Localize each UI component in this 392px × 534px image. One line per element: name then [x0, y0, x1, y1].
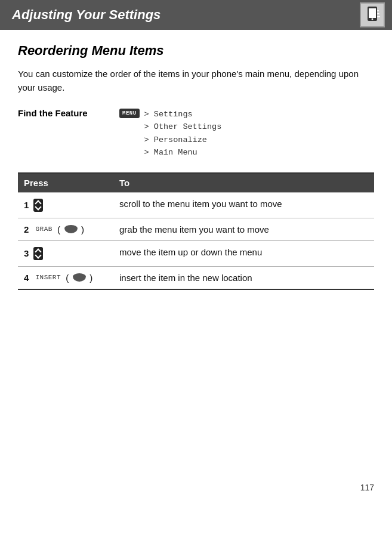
- page-header: Adjusting Your Settings: [0, 0, 392, 30]
- table-row: 2 GRAB () grab the menu item you want to…: [18, 218, 374, 240]
- header-icon: [360, 2, 385, 27]
- action-cell-3: move the item up or down the menu: [113, 240, 374, 266]
- svg-rect-3: [377, 10, 379, 11]
- steps-table: Press To 1 scroll to the menu item you w…: [18, 172, 374, 290]
- action-cell-4: insert the item in the new location: [113, 266, 374, 289]
- find-feature-menu: MENU > Settings > Other Settings > Perso…: [119, 108, 221, 159]
- press-cell-4: 4 INSERT (): [18, 266, 113, 289]
- svg-rect-4: [377, 13, 379, 14]
- col-to: To: [113, 173, 374, 193]
- menu-step-4: > Main Menu: [144, 146, 222, 159]
- header-title: Adjusting Your Settings: [12, 7, 160, 23]
- softkey-icon-grab: [64, 225, 78, 233]
- step-number-4: 4: [24, 273, 29, 283]
- action-cell-2: grab the menu item you want to move: [113, 218, 374, 240]
- table-header-row: Press To: [18, 173, 374, 193]
- table-row: 3 move the item up or down the menu: [18, 240, 374, 266]
- press-cell-2: 2 GRAB (): [18, 218, 113, 240]
- step-number-1: 1: [24, 200, 29, 210]
- insert-label: INSERT: [31, 274, 61, 281]
- page-number: 117: [360, 483, 374, 492]
- nav-scroll-icon-1: [33, 199, 43, 212]
- page-content: Reordering Menu Items You can customize …: [0, 30, 392, 302]
- section-title: Reordering Menu Items: [18, 43, 374, 58]
- svg-rect-5: [377, 16, 380, 17]
- grab-label: GRAB: [31, 226, 53, 233]
- nav-scroll-icon-3: [33, 247, 43, 260]
- menu-steps: > Settings > Other Settings > Personaliz…: [144, 108, 222, 159]
- phone-icon: [363, 5, 382, 24]
- menu-button-icon: MENU: [119, 109, 140, 118]
- press-cell-1: 1: [18, 192, 113, 218]
- col-press: Press: [18, 173, 113, 193]
- action-cell-1: scroll to the menu item you want to move: [113, 192, 374, 218]
- intro-text: You can customize the order of the items…: [18, 67, 374, 95]
- find-feature-label: Find the Feature: [18, 108, 113, 118]
- find-feature-row: Find the Feature MENU > Settings > Other…: [18, 108, 374, 159]
- menu-step-2: > Other Settings: [144, 121, 222, 134]
- table-row: 4 INSERT () insert the item in the new l…: [18, 266, 374, 289]
- softkey-icon-insert: [73, 273, 86, 282]
- step-number-2: 2: [24, 224, 29, 234]
- svg-rect-1: [369, 8, 376, 18]
- svg-point-2: [372, 18, 374, 20]
- menu-step-3: > Personalize: [144, 134, 222, 147]
- table-row: 1 scroll to the menu item you want to mo…: [18, 192, 374, 218]
- menu-step-1: > Settings: [144, 108, 222, 121]
- step-number-3: 3: [24, 248, 29, 258]
- press-cell-3: 3: [18, 240, 113, 266]
